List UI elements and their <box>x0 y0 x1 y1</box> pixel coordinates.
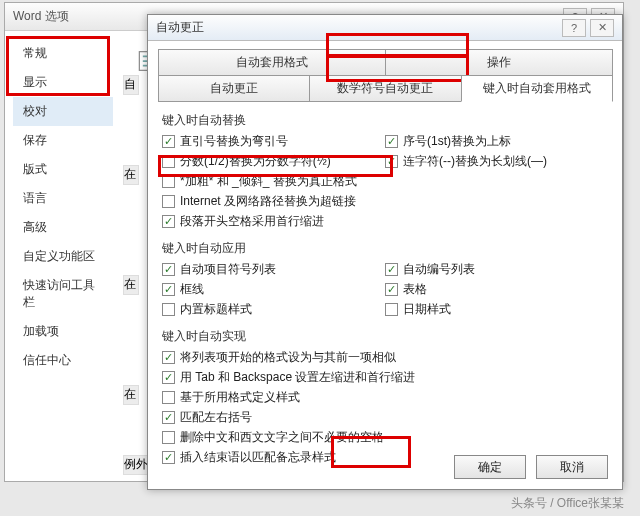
chk-ordinals[interactable] <box>385 135 398 148</box>
chk-cjk-spaces[interactable] <box>162 431 175 444</box>
section-apply: 键入时自动应用 自动项目符号列表 自动编号列表 框线 表格 内置标题样式 日期样… <box>162 240 608 318</box>
chk-tables[interactable] <box>385 283 398 296</box>
chk-list-format[interactable] <box>162 351 175 364</box>
sidebar-item-qat[interactable]: 快速访问工具栏 <box>13 271 113 317</box>
sidebar-item-advanced[interactable]: 高级 <box>13 213 113 242</box>
section-title: 键入时自动替换 <box>162 112 608 129</box>
sidebar-item-general[interactable]: 常规 <box>13 39 113 68</box>
child-title: 自动更正 <box>156 19 204 36</box>
tabs: 自动套用格式 操作 自动更正 数学符号自动更正 键入时自动套用格式 <box>158 49 612 102</box>
ok-button[interactable]: 确定 <box>454 455 526 479</box>
chk-number-list[interactable] <box>385 263 398 276</box>
sidebar-item-language[interactable]: 语言 <box>13 184 113 213</box>
chk-indent[interactable] <box>162 215 175 228</box>
section-stub: 自 <box>123 75 139 95</box>
tab-autoformat-typing[interactable]: 键入时自动套用格式 <box>461 75 613 102</box>
parent-title: Word 选项 <box>13 8 69 25</box>
sidebar-item-layout[interactable]: 版式 <box>13 155 113 184</box>
chk-bullet-list[interactable] <box>162 263 175 276</box>
chk-internet[interactable] <box>162 195 175 208</box>
chk-tab-backspace[interactable] <box>162 371 175 384</box>
chk-bold-italic[interactable] <box>162 175 175 188</box>
chk-borders[interactable] <box>162 283 175 296</box>
section-replace: 键入时自动替换 直引号替换为弯引号 序号(1st)替换为上标 分数(1/2)替换… <box>162 112 608 230</box>
sidebar: 常规 显示 校对 保存 版式 语言 高级 自定义功能区 快速访问工具栏 加载项 … <box>13 39 113 469</box>
child-titlebar: 自动更正 ? ✕ <box>148 15 622 41</box>
chk-hyphens[interactable] <box>385 155 398 168</box>
child-help-button[interactable]: ? <box>562 19 586 37</box>
sidebar-item-save[interactable]: 保存 <box>13 126 113 155</box>
sidebar-item-proofing[interactable]: 校对 <box>13 97 113 126</box>
section-title: 键入时自动应用 <box>162 240 608 257</box>
watermark: 头条号 / Office张某某 <box>511 495 624 512</box>
chk-heading-styles[interactable] <box>162 303 175 316</box>
tab-autoformat[interactable]: 自动套用格式 <box>158 49 386 76</box>
section-auto: 键入时自动实现 将列表项开始的格式设为与其前一项相似 用 Tab 和 Backs… <box>162 328 608 466</box>
section-stub: 在 <box>123 275 139 295</box>
sidebar-item-display[interactable]: 显示 <box>13 68 113 97</box>
autocorrect-dialog: 自动更正 ? ✕ 自动套用格式 操作 自动更正 数学符号自动更正 键入时自动套用… <box>147 14 623 490</box>
button-bar: 确定 取消 <box>454 455 608 479</box>
tab-math[interactable]: 数学符号自动更正 <box>309 75 461 102</box>
chk-date-style[interactable] <box>385 303 398 316</box>
chk-memo-closing[interactable] <box>162 451 175 464</box>
tab-autocorrect[interactable]: 自动更正 <box>158 75 310 102</box>
sidebar-item-trust[interactable]: 信任中心 <box>13 346 113 375</box>
chk-quotes[interactable] <box>162 135 175 148</box>
section-stub: 在 <box>123 385 139 405</box>
chk-define-styles[interactable] <box>162 391 175 404</box>
chk-brackets[interactable] <box>162 411 175 424</box>
sidebar-item-addins[interactable]: 加载项 <box>13 317 113 346</box>
chk-fractions[interactable] <box>162 155 175 168</box>
section-stub: 在 <box>123 165 139 185</box>
child-close-button[interactable]: ✕ <box>590 19 614 37</box>
cancel-button[interactable]: 取消 <box>536 455 608 479</box>
sidebar-item-customize-ribbon[interactable]: 自定义功能区 <box>13 242 113 271</box>
section-title: 键入时自动实现 <box>162 328 608 345</box>
tab-actions[interactable]: 操作 <box>385 49 613 76</box>
